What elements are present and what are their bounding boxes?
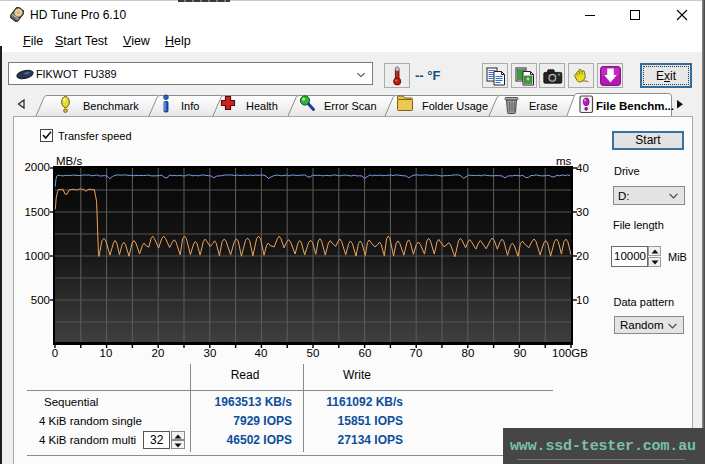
- svg-text:Benchmark: Benchmark: [83, 100, 139, 112]
- svg-text:Health: Health: [246, 100, 278, 112]
- svg-text:Error Scan: Error Scan: [324, 100, 377, 112]
- svg-text:Folder Usage: Folder Usage: [422, 100, 488, 112]
- svg-text:Info: Info: [181, 100, 199, 112]
- svg-text:Erase: Erase: [529, 100, 558, 112]
- svg-text:File Benchm...: File Benchm...: [596, 100, 674, 112]
